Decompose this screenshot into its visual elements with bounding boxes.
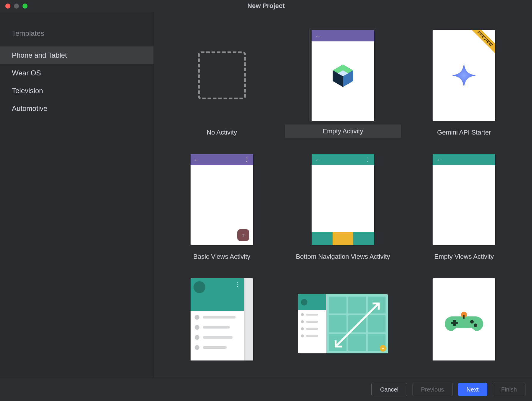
minimize-window-button[interactable] <box>14 4 19 9</box>
template-preview: ← ⋮ + <box>191 154 253 245</box>
template-card-empty-activity[interactable]: ← E <box>284 27 402 140</box>
template-label: Empty Views Activity <box>434 253 494 260</box>
svg-rect-7 <box>453 320 456 326</box>
template-card-gemini-api-starter[interactable]: PREVIEW <box>405 27 523 140</box>
button-label: Previous <box>421 386 444 393</box>
template-label: Bottom Navigation Views Activity <box>296 253 390 260</box>
avatar-icon <box>194 281 205 293</box>
template-label: No Activity <box>207 129 237 136</box>
kebab-icon: ⋮ <box>244 156 250 163</box>
fab-icon: + <box>380 345 386 352</box>
fab-icon: + <box>237 229 249 241</box>
template-label: Gemini API Starter <box>437 129 491 136</box>
sidebar-item-automotive[interactable]: Automotive <box>0 100 154 117</box>
button-label: Cancel <box>380 386 398 393</box>
template-card-game-activity[interactable] <box>405 275 523 360</box>
cancel-button[interactable]: Cancel <box>371 383 407 396</box>
template-preview: ← <box>312 30 374 121</box>
finish-button: Finish <box>493 383 525 396</box>
svg-point-9 <box>474 324 477 327</box>
avatar-icon <box>301 299 307 305</box>
footer: Cancel Previous Next Finish <box>0 378 532 401</box>
preview-appbar: ← ⋮ <box>191 154 253 165</box>
kebab-icon: ⋮ <box>235 281 241 288</box>
template-card-nav-drawer-views-activity[interactable]: ⋮ <box>163 275 281 360</box>
template-label: Empty Activity <box>323 127 363 135</box>
window-title: New Project <box>0 2 532 10</box>
template-preview: ← ⋮ <box>312 154 374 245</box>
dashed-placeholder-icon <box>198 51 246 99</box>
no-activity-placeholder <box>191 30 253 121</box>
sidebar-item-wear-os[interactable]: Wear OS <box>0 64 154 82</box>
svg-rect-11 <box>463 315 465 319</box>
template-gallery: No Activity ← <box>154 12 532 378</box>
sidebar-item-phone-and-tablet[interactable]: Phone and Tablet <box>0 46 154 64</box>
sidebar: Templates Phone and Tablet Wear OS Telev… <box>0 12 154 378</box>
compose-cube-icon <box>330 62 356 89</box>
previous-button: Previous <box>412 383 453 396</box>
template-card-bottom-nav-views-activity[interactable]: ← ⋮ Bottom Navigation Views Activity <box>284 151 402 265</box>
template-card-no-activity[interactable]: No Activity <box>163 27 281 140</box>
template-preview: ⋮ <box>191 278 253 360</box>
svg-line-5 <box>336 303 379 347</box>
sidebar-header: Templates <box>0 27 154 46</box>
template-card-empty-views-activity[interactable]: ← Empty Views Activity <box>405 151 523 265</box>
preview-bottom-nav <box>312 232 374 245</box>
svg-point-8 <box>470 320 474 324</box>
sidebar-item-label: Television <box>12 87 43 95</box>
gamepad-icon <box>445 311 483 337</box>
zoom-window-button[interactable] <box>22 4 28 9</box>
sidebar-item-label: Phone and Tablet <box>12 51 67 59</box>
sidebar-item-label: Automotive <box>12 104 47 112</box>
close-window-button[interactable] <box>5 4 10 9</box>
template-preview: ← <box>433 154 495 245</box>
sidebar-item-television[interactable]: Television <box>0 82 154 100</box>
resize-arrow-icon <box>326 294 388 353</box>
back-arrow-icon: ← <box>194 157 200 163</box>
preview-appbar: ← <box>433 154 495 165</box>
next-button[interactable]: Next <box>458 383 487 396</box>
template-label: Basic Views Activity <box>193 253 250 260</box>
template-preview <box>433 278 495 360</box>
gemini-star-icon <box>451 62 477 89</box>
back-arrow-icon: ← <box>315 157 321 163</box>
kebab-icon: ⋮ <box>365 156 371 163</box>
button-label: Next <box>467 386 479 393</box>
button-label: Finish <box>501 386 517 393</box>
window-controls <box>0 4 28 9</box>
preview-appbar: ← ⋮ <box>312 154 374 165</box>
sidebar-item-label: Wear OS <box>12 69 41 77</box>
back-arrow-icon: ← <box>436 157 442 163</box>
titlebar: New Project <box>0 0 532 12</box>
template-preview: PREVIEW <box>433 30 495 121</box>
template-card-basic-views-activity[interactable]: ← ⋮ + Basic Views Activity <box>163 151 281 265</box>
template-card-responsive-views-activity[interactable]: + <box>284 275 402 360</box>
template-preview: + <box>298 294 388 353</box>
